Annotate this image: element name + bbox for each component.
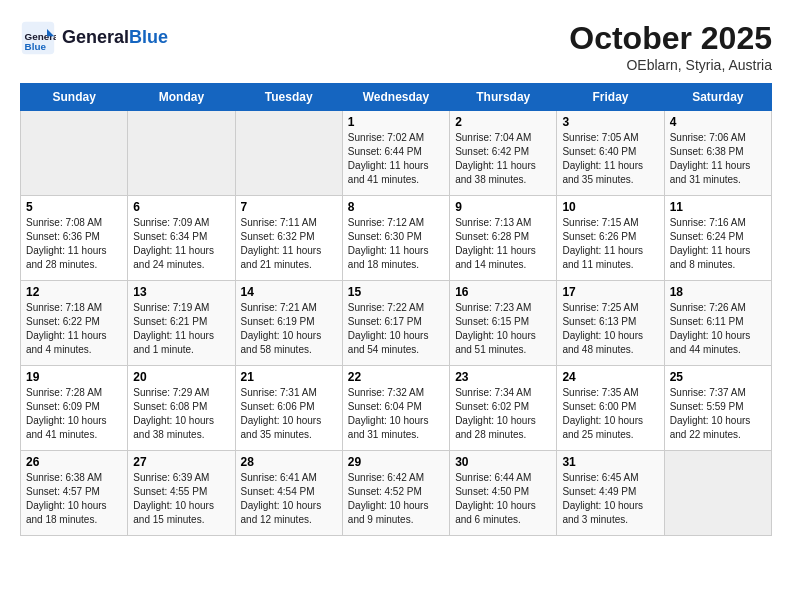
day-number: 24	[562, 370, 658, 384]
day-cell: 13Sunrise: 7:19 AM Sunset: 6:21 PM Dayli…	[128, 281, 235, 366]
day-number: 11	[670, 200, 766, 214]
day-number: 29	[348, 455, 444, 469]
day-cell	[235, 111, 342, 196]
day-info: Sunrise: 7:37 AM Sunset: 5:59 PM Dayligh…	[670, 386, 766, 442]
day-number: 23	[455, 370, 551, 384]
day-cell: 15Sunrise: 7:22 AM Sunset: 6:17 PM Dayli…	[342, 281, 449, 366]
day-number: 9	[455, 200, 551, 214]
day-info: Sunrise: 7:34 AM Sunset: 6:02 PM Dayligh…	[455, 386, 551, 442]
col-header-monday: Monday	[128, 84, 235, 111]
day-cell: 24Sunrise: 7:35 AM Sunset: 6:00 PM Dayli…	[557, 366, 664, 451]
day-cell: 20Sunrise: 7:29 AM Sunset: 6:08 PM Dayli…	[128, 366, 235, 451]
day-info: Sunrise: 7:23 AM Sunset: 6:15 PM Dayligh…	[455, 301, 551, 357]
day-info: Sunrise: 7:08 AM Sunset: 6:36 PM Dayligh…	[26, 216, 122, 272]
col-header-tuesday: Tuesday	[235, 84, 342, 111]
day-cell: 23Sunrise: 7:34 AM Sunset: 6:02 PM Dayli…	[450, 366, 557, 451]
day-number: 15	[348, 285, 444, 299]
day-cell: 29Sunrise: 6:42 AM Sunset: 4:52 PM Dayli…	[342, 451, 449, 536]
day-cell: 4Sunrise: 7:06 AM Sunset: 6:38 PM Daylig…	[664, 111, 771, 196]
svg-text:Blue: Blue	[25, 41, 47, 52]
day-info: Sunrise: 7:09 AM Sunset: 6:34 PM Dayligh…	[133, 216, 229, 272]
calendar-table: SundayMondayTuesdayWednesdayThursdayFrid…	[20, 83, 772, 536]
day-number: 21	[241, 370, 337, 384]
day-cell: 12Sunrise: 7:18 AM Sunset: 6:22 PM Dayli…	[21, 281, 128, 366]
col-header-friday: Friday	[557, 84, 664, 111]
day-info: Sunrise: 6:42 AM Sunset: 4:52 PM Dayligh…	[348, 471, 444, 527]
day-info: Sunrise: 7:13 AM Sunset: 6:28 PM Dayligh…	[455, 216, 551, 272]
day-info: Sunrise: 7:26 AM Sunset: 6:11 PM Dayligh…	[670, 301, 766, 357]
day-info: Sunrise: 7:12 AM Sunset: 6:30 PM Dayligh…	[348, 216, 444, 272]
day-cell: 11Sunrise: 7:16 AM Sunset: 6:24 PM Dayli…	[664, 196, 771, 281]
col-header-thursday: Thursday	[450, 84, 557, 111]
week-row-3: 12Sunrise: 7:18 AM Sunset: 6:22 PM Dayli…	[21, 281, 772, 366]
day-cell: 30Sunrise: 6:44 AM Sunset: 4:50 PM Dayli…	[450, 451, 557, 536]
day-cell	[664, 451, 771, 536]
day-cell: 22Sunrise: 7:32 AM Sunset: 6:04 PM Dayli…	[342, 366, 449, 451]
day-info: Sunrise: 7:29 AM Sunset: 6:08 PM Dayligh…	[133, 386, 229, 442]
day-number: 16	[455, 285, 551, 299]
day-info: Sunrise: 7:35 AM Sunset: 6:00 PM Dayligh…	[562, 386, 658, 442]
day-info: Sunrise: 7:28 AM Sunset: 6:09 PM Dayligh…	[26, 386, 122, 442]
day-cell: 3Sunrise: 7:05 AM Sunset: 6:40 PM Daylig…	[557, 111, 664, 196]
day-info: Sunrise: 7:31 AM Sunset: 6:06 PM Dayligh…	[241, 386, 337, 442]
day-info: Sunrise: 7:22 AM Sunset: 6:17 PM Dayligh…	[348, 301, 444, 357]
day-number: 6	[133, 200, 229, 214]
day-number: 12	[26, 285, 122, 299]
day-number: 20	[133, 370, 229, 384]
col-header-sunday: Sunday	[21, 84, 128, 111]
day-cell: 7Sunrise: 7:11 AM Sunset: 6:32 PM Daylig…	[235, 196, 342, 281]
title-block: October 2025 OEblarn, Styria, Austria	[569, 20, 772, 73]
day-info: Sunrise: 7:06 AM Sunset: 6:38 PM Dayligh…	[670, 131, 766, 187]
day-number: 5	[26, 200, 122, 214]
day-cell	[128, 111, 235, 196]
day-number: 3	[562, 115, 658, 129]
day-info: Sunrise: 6:38 AM Sunset: 4:57 PM Dayligh…	[26, 471, 122, 527]
day-info: Sunrise: 7:05 AM Sunset: 6:40 PM Dayligh…	[562, 131, 658, 187]
day-info: Sunrise: 7:02 AM Sunset: 6:44 PM Dayligh…	[348, 131, 444, 187]
day-cell: 17Sunrise: 7:25 AM Sunset: 6:13 PM Dayli…	[557, 281, 664, 366]
day-info: Sunrise: 6:39 AM Sunset: 4:55 PM Dayligh…	[133, 471, 229, 527]
day-number: 31	[562, 455, 658, 469]
day-number: 17	[562, 285, 658, 299]
day-number: 28	[241, 455, 337, 469]
day-cell: 6Sunrise: 7:09 AM Sunset: 6:34 PM Daylig…	[128, 196, 235, 281]
day-info: Sunrise: 7:32 AM Sunset: 6:04 PM Dayligh…	[348, 386, 444, 442]
week-row-2: 5Sunrise: 7:08 AM Sunset: 6:36 PM Daylig…	[21, 196, 772, 281]
day-info: Sunrise: 7:16 AM Sunset: 6:24 PM Dayligh…	[670, 216, 766, 272]
day-info: Sunrise: 7:11 AM Sunset: 6:32 PM Dayligh…	[241, 216, 337, 272]
week-row-4: 19Sunrise: 7:28 AM Sunset: 6:09 PM Dayli…	[21, 366, 772, 451]
day-number: 22	[348, 370, 444, 384]
day-cell: 14Sunrise: 7:21 AM Sunset: 6:19 PM Dayli…	[235, 281, 342, 366]
day-cell: 28Sunrise: 6:41 AM Sunset: 4:54 PM Dayli…	[235, 451, 342, 536]
day-info: Sunrise: 6:44 AM Sunset: 4:50 PM Dayligh…	[455, 471, 551, 527]
day-cell: 27Sunrise: 6:39 AM Sunset: 4:55 PM Dayli…	[128, 451, 235, 536]
day-info: Sunrise: 6:45 AM Sunset: 4:49 PM Dayligh…	[562, 471, 658, 527]
day-cell	[21, 111, 128, 196]
col-header-saturday: Saturday	[664, 84, 771, 111]
day-info: Sunrise: 7:15 AM Sunset: 6:26 PM Dayligh…	[562, 216, 658, 272]
month-title: October 2025	[569, 20, 772, 57]
day-cell: 10Sunrise: 7:15 AM Sunset: 6:26 PM Dayli…	[557, 196, 664, 281]
day-number: 7	[241, 200, 337, 214]
day-info: Sunrise: 7:19 AM Sunset: 6:21 PM Dayligh…	[133, 301, 229, 357]
day-number: 26	[26, 455, 122, 469]
day-number: 4	[670, 115, 766, 129]
col-header-wednesday: Wednesday	[342, 84, 449, 111]
day-info: Sunrise: 6:41 AM Sunset: 4:54 PM Dayligh…	[241, 471, 337, 527]
day-number: 27	[133, 455, 229, 469]
day-cell: 21Sunrise: 7:31 AM Sunset: 6:06 PM Dayli…	[235, 366, 342, 451]
day-number: 30	[455, 455, 551, 469]
logo-text: GeneralBlue	[62, 28, 168, 48]
week-row-1: 1Sunrise: 7:02 AM Sunset: 6:44 PM Daylig…	[21, 111, 772, 196]
day-cell: 18Sunrise: 7:26 AM Sunset: 6:11 PM Dayli…	[664, 281, 771, 366]
day-cell: 16Sunrise: 7:23 AM Sunset: 6:15 PM Dayli…	[450, 281, 557, 366]
day-number: 10	[562, 200, 658, 214]
day-cell: 31Sunrise: 6:45 AM Sunset: 4:49 PM Dayli…	[557, 451, 664, 536]
day-number: 2	[455, 115, 551, 129]
page-header: General Blue GeneralBlue October 2025 OE…	[20, 20, 772, 73]
day-cell: 9Sunrise: 7:13 AM Sunset: 6:28 PM Daylig…	[450, 196, 557, 281]
day-number: 8	[348, 200, 444, 214]
day-number: 18	[670, 285, 766, 299]
day-cell: 5Sunrise: 7:08 AM Sunset: 6:36 PM Daylig…	[21, 196, 128, 281]
week-row-5: 26Sunrise: 6:38 AM Sunset: 4:57 PM Dayli…	[21, 451, 772, 536]
